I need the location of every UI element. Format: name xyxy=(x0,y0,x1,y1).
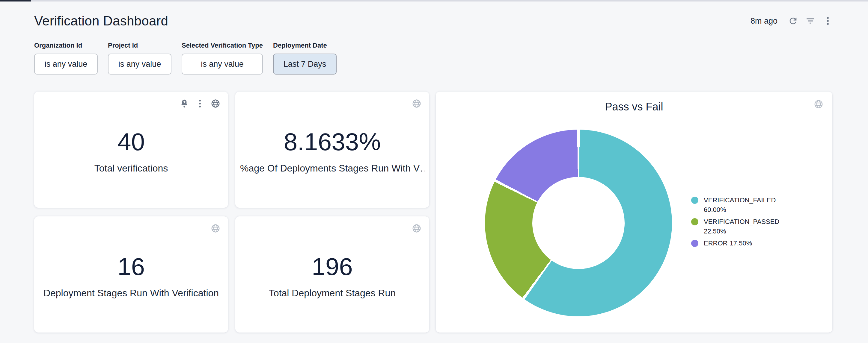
dashboard-header: Verification Dashboard 8m ago xyxy=(34,13,834,28)
globe-icon[interactable] xyxy=(411,98,422,109)
filter-group-project-id: Project Id is any value xyxy=(108,42,172,74)
pass-vs-fail-card: Pass vs Fail VERIFICATION_FAILED 60.00% … xyxy=(436,92,832,333)
filter-list-icon[interactable] xyxy=(804,14,817,28)
kpi-label: Total verifications xyxy=(94,163,168,174)
legend-item-verification-failed[interactable]: VERIFICATION_FAILED 60.00% xyxy=(691,196,784,215)
tile-total-stages-run: 196 Total Deployment Stages Run xyxy=(235,216,429,333)
filter-label: Deployment Date xyxy=(273,42,337,49)
filter-bar: Organization Id is any value Project Id … xyxy=(34,42,834,74)
organization-id-filter-button[interactable]: is any value xyxy=(34,54,98,74)
filter-group-deployment-date: Deployment Date Last 7 Days xyxy=(273,42,337,74)
kebab-menu-icon[interactable] xyxy=(821,14,834,28)
legend-item-verification-passed[interactable]: VERIFICATION_PASSED 22.50% xyxy=(691,217,784,236)
filter-group-verification-type: Selected Verification Type is any value xyxy=(182,42,263,74)
kpi-label: Total Deployment Stages Run xyxy=(269,288,396,299)
refresh-icon[interactable] xyxy=(786,14,800,28)
legend-item-error[interactable]: ERROR 17.50% xyxy=(691,239,784,248)
tile-actions xyxy=(210,223,221,234)
kpi-value: 8.1633% xyxy=(284,128,381,155)
globe-icon[interactable] xyxy=(210,223,221,234)
tile-actions xyxy=(411,223,422,234)
filter-label: Organization Id xyxy=(34,42,98,49)
tile-actions xyxy=(179,98,221,109)
last-updated-text: 8m ago xyxy=(750,16,777,26)
filter-label: Project Id xyxy=(108,42,172,49)
globe-icon[interactable] xyxy=(411,223,422,234)
legend-dot xyxy=(691,218,699,226)
kebab-menu-icon[interactable] xyxy=(194,98,205,109)
pass-fail-donut[interactable] xyxy=(485,130,672,316)
legend-label: ERROR 17.50% xyxy=(704,239,752,248)
page-title: Verification Dashboard xyxy=(34,13,168,28)
filter-group-organization-id: Organization Id is any value xyxy=(34,42,98,74)
kpi-label: %age Of Deployments Stages Run With V… xyxy=(240,163,425,174)
dashboard-grid: 40 Total verifications 8.1633% %age Of D… xyxy=(34,92,834,333)
kpi-value: 196 xyxy=(312,253,353,280)
project-id-filter-button[interactable]: is any value xyxy=(108,54,172,74)
bell-plus-icon[interactable] xyxy=(179,98,190,109)
globe-icon[interactable] xyxy=(813,99,824,109)
deployment-date-filter-button[interactable]: Last 7 Days xyxy=(273,54,337,74)
filter-label: Selected Verification Type xyxy=(182,42,263,49)
header-actions: 8m ago xyxy=(750,14,834,28)
globe-icon[interactable] xyxy=(210,98,221,109)
kpi-tile-grid: 40 Total verifications 8.1633% %age Of D… xyxy=(34,92,429,333)
kpi-value: 16 xyxy=(118,253,145,280)
legend-dot xyxy=(691,240,699,247)
chart-title: Pass vs Fail xyxy=(436,92,832,113)
tile-total-verifications: 40 Total verifications xyxy=(34,92,228,208)
legend-dot xyxy=(691,197,699,204)
tile-actions xyxy=(411,98,422,109)
kpi-label: Deployment Stages Run With Verification xyxy=(43,288,219,299)
chart-legend: VERIFICATION_FAILED 60.00% VERIFICATION_… xyxy=(691,196,784,250)
tile-stages-run-with-verification: 16 Deployment Stages Run With Verificati… xyxy=(34,216,228,333)
legend-label: VERIFICATION_PASSED 22.50% xyxy=(704,217,784,236)
verification-type-filter-button[interactable]: is any value xyxy=(182,54,263,74)
dashboard-page: Verification Dashboard 8m ago Organizati… xyxy=(0,1,868,333)
legend-label: VERIFICATION_FAILED 60.00% xyxy=(704,196,784,215)
tile-percentage-stages-with-verification: 8.1633% %age Of Deployments Stages Run W… xyxy=(235,92,429,208)
kpi-value: 40 xyxy=(118,128,145,155)
